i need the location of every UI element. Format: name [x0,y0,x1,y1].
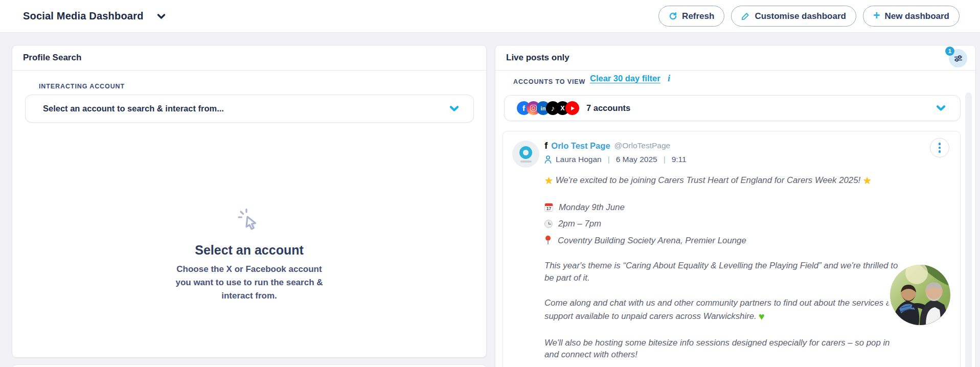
accounts-to-view-label: ACCOUNTS TO VIEW [513,78,585,85]
widget-filter-button[interactable]: 1 [949,49,967,67]
social-media-dashboard: Social Media Dashboard Refresh Customise… [0,0,980,367]
dashboard-switcher-chevron-icon[interactable] [157,13,166,19]
info-icon[interactable] [668,73,670,84]
facebook-f-icon [544,140,548,151]
post-page-link[interactable]: Orlo Test Page [551,141,610,151]
topbar-actions: Refresh Customise dashboard New dashboar… [658,6,960,27]
youtube-icon [565,101,579,115]
post-menu-button[interactable] [930,138,949,157]
interacting-account-select[interactable]: Select an account to search & interact f… [25,95,474,123]
filter-count-badge: 1 [945,47,954,56]
interacting-account-label: INTERACTING ACCOUNT [39,83,125,90]
separator: | [664,155,666,164]
empty-state-description: Choose the X or Facebook account you wan… [171,263,327,302]
empty-state-heading: Select an account [12,243,486,258]
refresh-button-label: Refresh [682,11,714,21]
post-date: 6 May 2025 [616,155,657,164]
live-posts-title: Live posts only [495,45,975,71]
page-title: Social Media Dashboard [23,10,144,22]
event-time: 2pm – 7pm [558,218,601,230]
accounts-count: 7 accounts [586,103,630,113]
post-header: Orlo Test Page @OrloTestPage Laura Hogan… [544,140,687,164]
chevron-down-icon [936,105,946,111]
event-date: Monday 9th June [559,201,625,214]
orlo-avatar [512,141,539,168]
empty-state: Select an account Choose the X or Facebo… [12,208,486,302]
post-fun: Fun for the whole family: arts & crafts,… [544,365,902,367]
top-bar: Social Media Dashboard Refresh Customise… [0,0,980,33]
chevron-down-icon [449,105,459,112]
new-dashboard-label: New dashboard [884,11,949,21]
clock-emoji [544,220,553,228]
post-time: 9:11 [672,155,687,164]
glowing-star-emoji [863,174,872,188]
person-icon [544,155,552,164]
refresh-icon [669,12,677,20]
interacting-account-select-value: Select an account to search & interact f… [43,104,224,113]
post-card: Orlo Test Page @OrloTestPage Laura Hogan… [503,131,961,367]
post-photo[interactable] [890,265,950,325]
event-location: Coventry Building Society Arena, Premier… [558,235,746,247]
glowing-star-emoji [544,174,553,188]
post-content: We're excited to be joining Carers Trust… [544,174,902,367]
clear-30-day-filter-link[interactable]: Clear 30 day filter [590,74,660,83]
scrollbar[interactable] [965,93,972,367]
customise-dashboard-button[interactable]: Customise dashboard [731,6,856,27]
plus-icon [873,10,880,21]
round-pushpin-emoji [544,236,552,245]
post-event-details: Monday 9th June 2pm – 7pm Coventry Build… [544,201,902,247]
new-dashboard-button[interactable]: New dashboard [863,6,960,27]
post-handle: @OrloTestPage [614,141,671,150]
profile-search-panel: Profile Search INTERACTING ACCOUNT Selec… [12,45,487,358]
pencil-icon [741,12,750,20]
sliders-icon [953,54,963,63]
post-theme: This year's theme is “Caring About Equal… [544,260,902,284]
orlo-logo-icon [519,146,532,159]
accounts-to-view-select[interactable]: 7 accounts [504,95,961,121]
green-heart-emoji [759,309,765,324]
calendar-emoji [544,203,553,212]
separator: | [608,155,610,164]
post-sessions: We'll also be hosting some bitesize info… [544,337,902,361]
cursor-click-icon [236,226,263,235]
live-posts-panel: Live posts only 1 ACCOUNTS TO VIEW Clear… [495,45,976,367]
account-avatars-stack [517,101,579,115]
profile-search-title: Profile Search [12,45,486,71]
customise-dashboard-label: Customise dashboard [755,11,846,21]
refresh-button[interactable]: Refresh [658,6,724,27]
next-widget-card [12,364,487,367]
post-invite: Come along and chat with us and other co… [544,297,902,324]
post-intro: We're excited to be joining Carers Trust… [544,174,902,188]
post-author: Laura Hogan [556,155,602,164]
